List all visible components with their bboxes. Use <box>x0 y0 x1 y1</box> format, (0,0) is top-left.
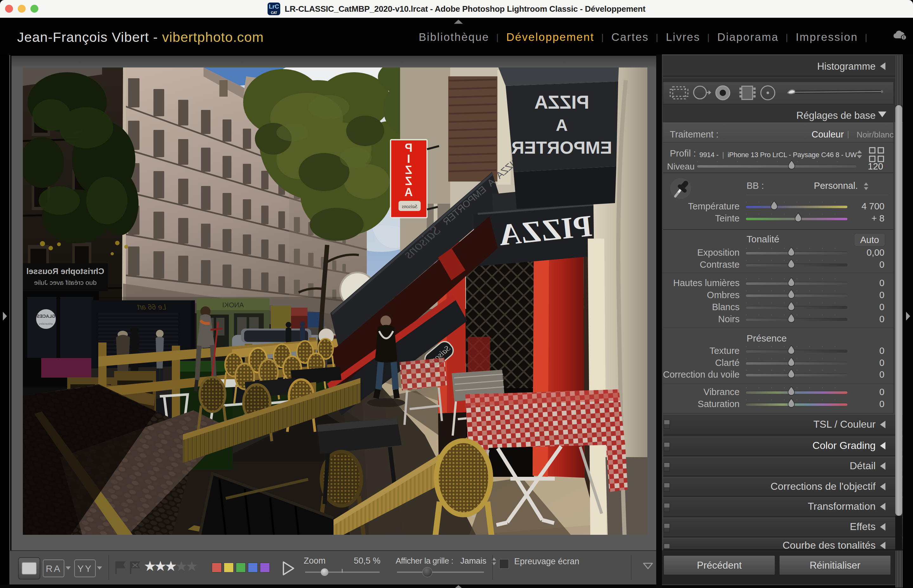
svg-text:A: A <box>405 186 413 199</box>
svg-text:Christophe Roussel: Christophe Roussel <box>26 267 104 276</box>
svg-text:!: ! <box>903 35 905 40</box>
svg-text:EMPORTER: EMPORTER <box>512 137 612 157</box>
svg-text:A: A <box>556 116 568 134</box>
svg-text:artisanales: artisanales <box>39 322 53 325</box>
svg-text:duo créatif avec Julie: duo créatif avec Julie <box>34 279 96 286</box>
svg-text:GLACES: GLACES <box>37 313 55 319</box>
svg-text:PIZZA: PIZZA <box>534 92 589 113</box>
svg-text:Saisons: Saisons <box>402 204 418 209</box>
svg-text:★: ★ <box>185 559 198 574</box>
